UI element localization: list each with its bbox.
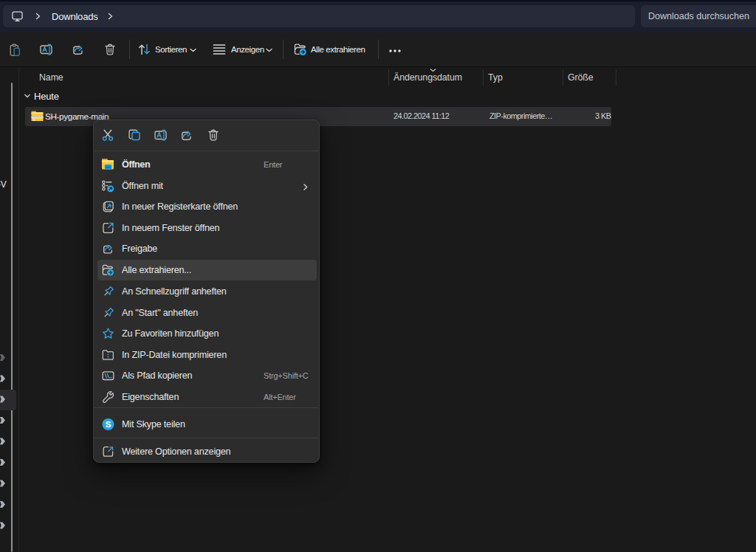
svg-text:S: S	[106, 420, 111, 429]
